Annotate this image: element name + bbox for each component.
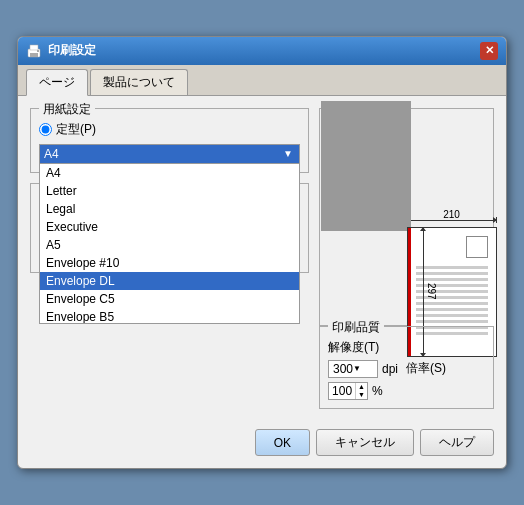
standard-radio-label: 定型(P) [56, 121, 96, 138]
scale-spin-arrows: ▲ ▼ [355, 383, 367, 400]
tab-bar: ページ 製品について [18, 65, 506, 96]
tab-about[interactable]: 製品について [90, 69, 188, 95]
list-item[interactable]: Envelope C5 [40, 290, 299, 308]
title-bar: 印刷設定 ✕ [18, 37, 506, 65]
svg-rect-2 [30, 45, 38, 50]
dialog-footer: OK キャンセル ヘルプ [18, 421, 506, 468]
scale-spinbox[interactable]: 100 ▲ ▼ [328, 382, 368, 401]
printer-icon [26, 43, 42, 59]
paper-size-list: A4 Letter Legal Executive A5 Envelope #1… [39, 164, 300, 324]
scale-value: 100 [329, 383, 355, 399]
width-dimension: 210 [407, 209, 497, 221]
dropdown-arrow-icon[interactable]: ▼ [281, 147, 295, 161]
print-settings-dialog: 印刷設定 ✕ ページ 製品について 用紙設定 定型(P) A4 ▼ [17, 36, 507, 470]
dropdown-selected-value[interactable]: A4 ▼ [39, 144, 300, 164]
left-panel: 用紙設定 定型(P) A4 ▼ A4 Letter Legal Execut [30, 108, 309, 410]
scale-spin-down[interactable]: ▼ [356, 391, 367, 399]
tab-page[interactable]: ページ [26, 69, 88, 96]
resolution-label: 解像度(T) [328, 339, 379, 356]
scale-unit: % [372, 384, 383, 398]
title-bar-left: 印刷設定 [26, 42, 96, 59]
right-panel: プレビュー 210 [319, 108, 494, 410]
quality-section: 印刷品質 解像度(T) 300 ▼ dpi 倍率(S) 100 [319, 326, 494, 410]
cancel-button[interactable]: キャンセル [316, 429, 414, 456]
width-value: 210 [443, 209, 460, 220]
svg-rect-3 [37, 50, 39, 52]
resolution-unit: dpi [382, 362, 398, 376]
preview-section: プレビュー 210 [319, 108, 494, 326]
scale-label: 倍率(S) [406, 360, 446, 377]
resolution-value: 300 [333, 362, 353, 376]
resolution-select[interactable]: 300 ▼ [328, 360, 378, 378]
help-button[interactable]: ヘルプ [420, 429, 494, 456]
svg-rect-1 [30, 53, 38, 57]
paper-settings-section: 用紙設定 定型(P) A4 ▼ A4 Letter Legal Execut [30, 108, 309, 173]
list-item[interactable]: Letter [40, 182, 299, 200]
resolution-row: 解像度(T) [328, 339, 485, 356]
list-item[interactable]: Envelope #10 [40, 254, 299, 272]
standard-radio[interactable] [39, 123, 52, 136]
resolution-dropdown-arrow[interactable]: ▼ [353, 364, 361, 373]
list-item[interactable]: A5 [40, 236, 299, 254]
list-item[interactable]: Executive [40, 218, 299, 236]
close-button[interactable]: ✕ [480, 42, 498, 60]
dialog-title: 印刷設定 [48, 42, 96, 59]
paper-thumbnail-box [466, 236, 488, 258]
scale-value-row: 100 ▲ ▼ % [328, 382, 485, 401]
paper-settings-legend: 用紙設定 [39, 101, 95, 118]
list-item[interactable]: Envelope B5 [40, 308, 299, 324]
scale-spin-up[interactable]: ▲ [356, 383, 367, 391]
main-content: 用紙設定 定型(P) A4 ▼ A4 Letter Legal Execut [18, 96, 506, 422]
ok-button[interactable]: OK [255, 429, 310, 456]
preview-area: 210 [328, 117, 485, 317]
list-item[interactable]: A4 [40, 164, 299, 182]
height-value: 297 [426, 283, 437, 300]
paper-shadow [321, 101, 411, 231]
resolution-value-row: 300 ▼ dpi 倍率(S) [328, 360, 485, 378]
quality-legend: 印刷品質 [328, 319, 384, 336]
paper-type-radio-group: 定型(P) [39, 121, 300, 138]
list-item-selected[interactable]: Envelope DL [40, 272, 299, 290]
paper-size-dropdown[interactable]: A4 ▼ A4 Letter Legal Executive A5 Envelo… [39, 144, 300, 164]
list-item[interactable]: Legal [40, 200, 299, 218]
